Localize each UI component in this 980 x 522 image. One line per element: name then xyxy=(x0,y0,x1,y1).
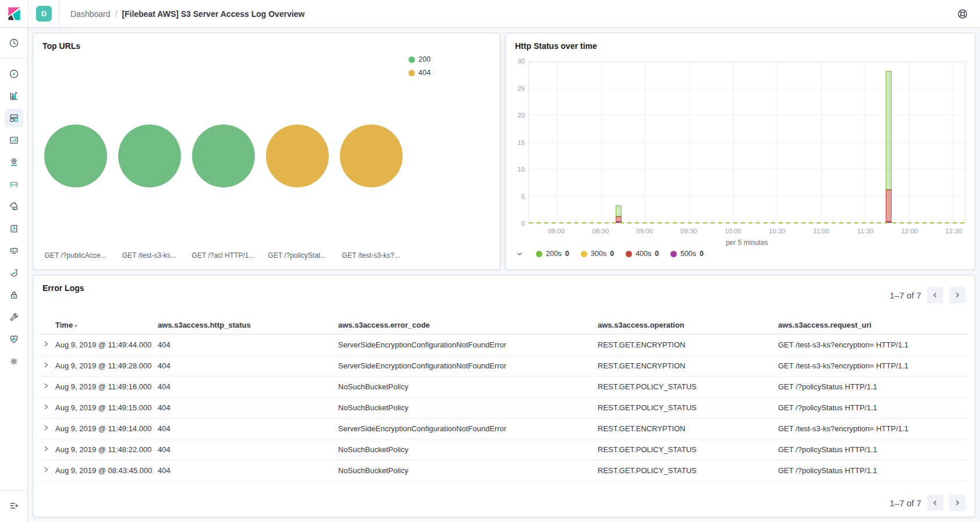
cell-error-code: ServerSideEncryptionConfigurationNotFoun… xyxy=(336,335,595,356)
chevron-left-icon xyxy=(932,499,939,506)
help-menu-button[interactable] xyxy=(953,5,972,23)
sidebar-item-recent[interactable] xyxy=(5,34,23,52)
map-pin-icon xyxy=(9,157,19,168)
breadcrumb-dashboard-link[interactable]: Dashboard xyxy=(70,9,111,19)
column-header[interactable]: Time▾ xyxy=(53,316,155,335)
top-navigation-bar: D Dashboard / [Filebeat AWS] S3 Server A… xyxy=(0,0,980,28)
expand-row-icon[interactable] xyxy=(42,466,49,473)
expand-row-icon[interactable] xyxy=(42,424,49,431)
y-tick-label: 25 xyxy=(517,85,525,92)
panel-title: Http Status over time xyxy=(515,41,965,51)
x-tick-label: 12:30 xyxy=(945,228,962,235)
http-bar[interactable] xyxy=(886,62,892,223)
sidebar-item-machine-learning[interactable] xyxy=(5,175,23,194)
bubble-label[interactable]: GET /?acl HTTP/1... xyxy=(186,251,260,260)
bubble-200[interactable] xyxy=(44,125,107,187)
bar-segment-200s[interactable] xyxy=(616,205,622,216)
sidebar-item-logs[interactable] xyxy=(5,219,23,238)
legend-item-500s[interactable]: 500s 0 xyxy=(670,250,704,258)
x-tick-label: 09:00 xyxy=(636,228,653,235)
chevron-right-icon xyxy=(954,499,961,506)
legend-count: 0 xyxy=(565,250,569,258)
sidebar-item-visualize[interactable] xyxy=(5,87,23,105)
collapse-sidebar-button[interactable] xyxy=(5,496,23,515)
legend-dot-icon xyxy=(409,56,415,63)
next-page-button[interactable] xyxy=(949,495,965,511)
sidebar-item-discover[interactable] xyxy=(5,65,23,83)
bar-chart-icon xyxy=(9,91,19,101)
previous-page-button[interactable] xyxy=(927,495,943,511)
next-page-button[interactable] xyxy=(949,287,965,303)
y-tick-label: 15 xyxy=(517,139,525,146)
http-bar[interactable] xyxy=(616,62,622,223)
sidebar-item-management[interactable] xyxy=(5,352,23,371)
column-header[interactable]: aws.s3access.operation xyxy=(595,316,776,335)
cell-operation: REST.GET.ENCRYPTION xyxy=(595,356,776,377)
legend-label: 200s xyxy=(546,250,562,258)
x-axis-labels: 08:0008:3009:0009:3010:0010:3011:0011:30… xyxy=(528,228,965,236)
sidebar-item-siem[interactable] xyxy=(5,286,23,304)
sidebar-item-dashboard[interactable] xyxy=(5,109,23,127)
sidebar-item-maps[interactable] xyxy=(5,153,23,172)
table-row: Aug 9, 2019 @ 11:48:22.000 404 NoSuchBuc… xyxy=(40,439,968,460)
cell-error-code: ServerSideEncryptionConfigurationNotFoun… xyxy=(336,418,595,439)
expand-row-icon[interactable] xyxy=(42,382,49,389)
bubble-label[interactable]: GET /?policyStat... xyxy=(260,251,334,260)
bubble-200[interactable] xyxy=(118,125,181,187)
sidebar-item-canvas[interactable] xyxy=(5,131,23,150)
page-title: [Filebeat AWS] S3 Server Access Log Over… xyxy=(122,9,304,19)
panel-title: Error Logs xyxy=(42,283,965,293)
sidebar-item-apm[interactable] xyxy=(5,242,23,260)
legend-dot-icon xyxy=(581,251,587,257)
column-header[interactable]: aws.s3access.error_code xyxy=(336,316,595,335)
left-nav-sidebar xyxy=(0,28,28,522)
x-tick-label: 10:30 xyxy=(769,228,786,235)
collapse-menu-icon xyxy=(9,500,19,511)
expand-row-icon[interactable] xyxy=(42,403,49,410)
space-avatar[interactable]: D xyxy=(36,6,52,22)
pagination-label: 1–7 of 7 xyxy=(890,290,921,300)
bubble-404[interactable] xyxy=(266,125,329,187)
legend-item-200s[interactable]: 200s 0 xyxy=(536,250,569,258)
cell-time: Aug 9, 2019 @ 11:49:16.000 xyxy=(53,377,155,397)
cell-error-code: NoSuchBucketPolicy xyxy=(336,460,595,481)
legend-collapse-button[interactable] xyxy=(515,249,524,258)
legend-item-400s[interactable]: 400s 0 xyxy=(626,250,659,258)
sidebar-item-stack-monitoring[interactable] xyxy=(5,330,23,349)
column-header[interactable]: aws.s3access.request_uri xyxy=(776,316,968,335)
cell-operation: REST.GET.POLICY_STATUS xyxy=(595,377,776,397)
chevron-down-icon xyxy=(516,250,523,257)
expand-row-icon[interactable] xyxy=(42,445,49,452)
cell-request-uri: GET /test-s3-ks?encryption= HTTP/1.1 xyxy=(776,418,968,439)
sidebar-item-dev-tools[interactable] xyxy=(5,308,23,326)
bar-segment-200s[interactable] xyxy=(886,71,892,189)
previous-page-button[interactable] xyxy=(927,287,943,303)
legend-count: 0 xyxy=(700,250,704,258)
bubble-200[interactable] xyxy=(192,125,255,187)
expand-row-icon[interactable] xyxy=(42,361,49,368)
bubble-label[interactable]: GET /test-s3-ks?... xyxy=(334,251,408,260)
legend-item-404[interactable]: 404 xyxy=(409,69,431,77)
bar-segment-400s[interactable] xyxy=(886,190,892,222)
table-row: Aug 9, 2019 @ 08:43:45.000 404 NoSuchBuc… xyxy=(40,460,968,481)
legend-item-200[interactable]: 200 xyxy=(409,55,431,63)
column-header[interactable]: aws.s3access.http_status xyxy=(155,316,336,335)
legend-item-300s[interactable]: 300s 0 xyxy=(581,250,614,258)
y-tick-label: 0 xyxy=(521,220,525,227)
heartbeat-icon xyxy=(9,334,19,345)
apm-icon xyxy=(9,246,19,256)
y-tick-label: 5 xyxy=(521,193,525,200)
bubble-label[interactable]: GET /?publicAcce... xyxy=(38,251,112,260)
expand-row-icon[interactable] xyxy=(42,340,49,347)
y-tick-label: 20 xyxy=(517,112,525,119)
cell-operation: REST.GET.ENCRYPTION xyxy=(595,335,776,356)
cell-time: Aug 9, 2019 @ 11:49:14.000 xyxy=(53,418,155,439)
bubble-label[interactable]: GET /test-s3-ks... xyxy=(112,251,186,260)
kibana-logo[interactable] xyxy=(0,0,28,27)
bubble-404[interactable] xyxy=(340,125,403,187)
pagination-bottom: 1–7 of 7 xyxy=(890,495,965,511)
sidebar-item-uptime[interactable] xyxy=(5,264,23,282)
bar-segment-400s[interactable] xyxy=(616,216,622,222)
panel-title: Top URLs xyxy=(42,41,491,51)
sidebar-item-infrastructure[interactable] xyxy=(5,197,23,216)
